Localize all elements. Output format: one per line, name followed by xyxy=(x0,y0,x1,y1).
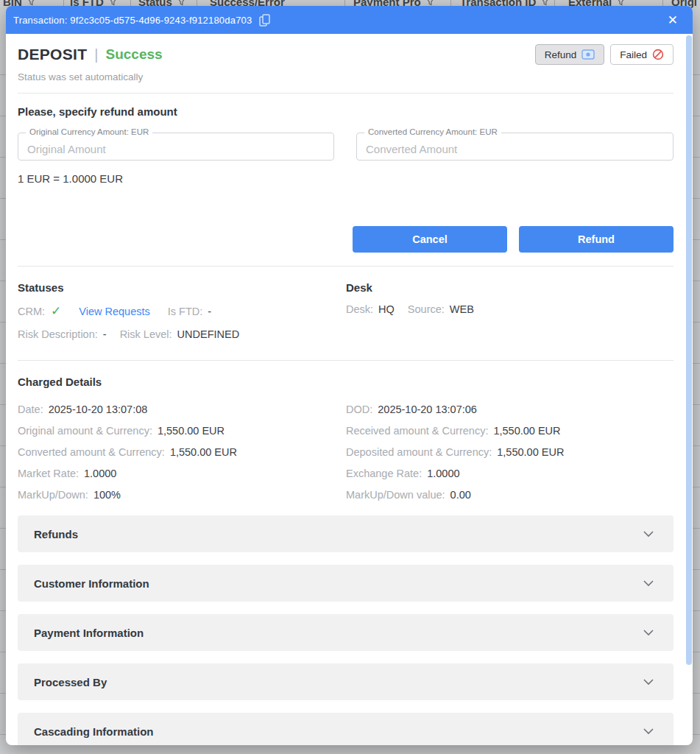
accordion-payment-information[interactable]: Payment Information xyxy=(18,614,674,651)
markup-down-label: MarkUp/Down: xyxy=(18,489,88,501)
statuses-row-2: Risk Description: - Risk Level: UNDEFINE… xyxy=(18,328,346,340)
failed-chip-button[interactable]: Failed xyxy=(610,44,674,65)
crm-label: CRM: xyxy=(18,306,45,317)
close-icon[interactable]: ✕ xyxy=(663,13,682,28)
charged-row: Exchange Rate:1.0000 xyxy=(346,462,674,484)
source-label: Source: xyxy=(408,303,445,315)
deposited-amount-currency-label: Deposited amount & Currency: xyxy=(346,446,492,458)
view-requests-link[interactable]: View Requests xyxy=(79,306,149,317)
prohibited-icon xyxy=(652,49,664,60)
modal-title: Transaction: 9f2c3c05-d575-4d96-9243-f91… xyxy=(13,15,252,26)
markup-down-value: 100% xyxy=(93,489,121,501)
risk-description-value: - xyxy=(103,328,107,340)
date-label: Date: xyxy=(18,404,43,415)
statuses-column: Statuses CRM: ✓ View Requests Is FTD: - … xyxy=(18,281,346,340)
received-amount-currency-value: 1,550.00 EUR xyxy=(493,425,560,437)
charged-row: Date:2025-10-20 13:07:08 xyxy=(18,398,346,420)
deposited-amount-currency-value: 1,550.00 EUR xyxy=(497,446,564,458)
accordion-customer-information[interactable]: Customer Information xyxy=(18,565,674,602)
converted-amount-currency-label: Converted amount & Currency: xyxy=(18,446,165,458)
failed-chip-label: Failed xyxy=(620,49,647,60)
original-amount-currency-value: 1,550.00 EUR xyxy=(158,425,225,437)
charged-details-heading: Charged Details xyxy=(18,376,674,388)
risk-level-value: UNDEFINED xyxy=(177,328,240,340)
title-row: DEPOSIT | Success Refund Failed xyxy=(18,44,674,65)
dod-value: 2025-10-20 13:07:06 xyxy=(378,404,477,415)
check-icon: ✓ xyxy=(51,303,61,319)
exchange-rate-value: 1.0000 xyxy=(427,468,459,479)
converted-amount-input[interactable] xyxy=(357,133,673,160)
accordion-list: Refunds Customer Information Payment Inf… xyxy=(18,515,674,745)
converted-amount-currency-value: 1,550.00 EUR xyxy=(170,446,237,458)
accordion-title: Customer Information xyxy=(34,577,149,590)
cancel-button[interactable]: Cancel xyxy=(353,226,507,253)
refund-chip-label: Refund xyxy=(545,49,577,60)
market-rate-label: Market Rate: xyxy=(18,468,79,479)
accordion-refunds[interactable]: Refunds xyxy=(18,515,674,552)
exchange-rate-line: 1 EUR = 1.0000 EUR xyxy=(18,172,674,185)
accordion-processed-by[interactable]: Processed By xyxy=(18,663,674,700)
charged-row: Market Rate:1.0000 xyxy=(18,462,346,484)
source-value: WEB xyxy=(450,303,474,315)
chevron-down-icon xyxy=(643,579,654,587)
markup-down-value-label: MarkUp/Down value: xyxy=(346,489,445,501)
original-amount-input[interactable] xyxy=(18,133,333,160)
statuses-heading: Statuses xyxy=(18,281,346,294)
accordion-title: Refunds xyxy=(34,528,78,540)
refund-chip-button[interactable]: Refund xyxy=(535,44,605,65)
refund-form-heading: Please, specify refund amount xyxy=(18,105,674,118)
divider xyxy=(18,93,674,94)
top-actions: Refund Failed xyxy=(535,44,674,65)
title-separator: | xyxy=(94,46,98,63)
refund-action-row: Cancel Refund xyxy=(18,226,674,253)
chevron-down-icon xyxy=(643,530,654,538)
desk-row: Desk: HQ Source: WEB xyxy=(346,303,474,315)
charged-row: Received amount & Currency:1,550.00 EUR xyxy=(346,420,674,441)
status-subtitle: Status was set automatically xyxy=(18,71,674,82)
refund-button[interactable]: Refund xyxy=(519,226,674,253)
chevron-down-icon xyxy=(643,727,654,735)
original-amount-label: Original Currency Amount: EUR xyxy=(26,127,152,136)
charged-row: MarkUp/Down value:0.00 xyxy=(346,484,674,505)
is-ftd-value: - xyxy=(208,306,211,317)
converted-amount-label: Converted Currency Amount: EUR xyxy=(364,127,501,136)
risk-description-label: Risk Description: xyxy=(18,328,98,340)
converted-amount-field: Converted Currency Amount: EUR xyxy=(356,133,674,161)
desk-label: Desk: xyxy=(346,303,373,315)
refund-fields-row: Original Currency Amount: EUR Converted … xyxy=(18,133,674,161)
received-amount-currency-label: Received amount & Currency: xyxy=(346,425,488,437)
copy-icon[interactable] xyxy=(259,14,270,27)
risk-level-label: Risk Level: xyxy=(120,328,172,340)
charged-details-grid: Date:2025-10-20 13:07:08 DOD:2025-10-20 … xyxy=(18,398,674,505)
modal-body: DEPOSIT | Success Refund Failed Status w… xyxy=(6,44,693,745)
accordion-title: Processed By xyxy=(34,676,107,688)
desk-column: Desk Desk: HQ Source: WEB xyxy=(346,281,474,340)
modal-header: Transaction: 9f2c3c05-d575-4d96-9243-f91… xyxy=(6,6,693,34)
charged-row: Converted amount & Currency:1,550.00 EUR xyxy=(18,441,346,462)
charged-row: DOD:2025-10-20 13:07:06 xyxy=(346,398,674,420)
charged-row: Deposited amount & Currency:1,550.00 EUR xyxy=(346,441,674,462)
chevron-down-icon xyxy=(643,629,654,636)
accordion-title: Cascading Information xyxy=(34,725,154,738)
exchange-rate-label: Exchange Rate: xyxy=(346,468,422,479)
charged-row: MarkUp/Down:100% xyxy=(18,484,346,505)
chevron-down-icon xyxy=(643,678,654,686)
modal-scrollbar[interactable] xyxy=(686,35,692,665)
original-amount-field: Original Currency Amount: EUR xyxy=(18,133,334,161)
transaction-modal: Transaction: 9f2c3c05-d575-4d96-9243-f91… xyxy=(6,6,693,745)
accordion-cascading-information[interactable]: Cascading Information xyxy=(18,713,674,745)
transaction-type-title: DEPOSIT xyxy=(18,46,87,63)
statuses-row-1: CRM: ✓ View Requests Is FTD: - xyxy=(18,303,346,319)
accordion-title: Payment Information xyxy=(34,627,144,639)
divider xyxy=(18,360,674,361)
charged-row: Original amount & Currency:1,550.00 EUR xyxy=(18,420,346,441)
desk-value: HQ xyxy=(378,303,395,315)
desk-heading: Desk xyxy=(346,281,474,294)
dod-label: DOD: xyxy=(346,404,372,415)
banknote-icon xyxy=(581,49,595,60)
markup-down-value-value: 0.00 xyxy=(450,489,471,501)
statuses-desk-section: Statuses CRM: ✓ View Requests Is FTD: - … xyxy=(18,281,674,340)
divider xyxy=(18,266,674,267)
market-rate-value: 1.0000 xyxy=(84,468,116,479)
original-amount-currency-label: Original amount & Currency: xyxy=(18,425,152,437)
